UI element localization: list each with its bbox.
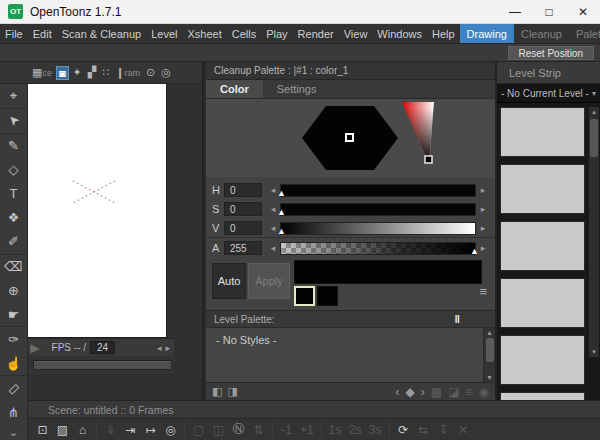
animate-tool[interactable]: ⌖ [0,84,27,108]
room-tab-drawing[interactable]: Drawing [460,24,514,43]
hue-inc-icon[interactable]: ▸ [478,185,488,195]
style-picker-tool[interactable]: ☛ [0,302,27,326]
play-icon[interactable]: ▶ [30,341,39,355]
selection-tool[interactable]: ➤ [0,108,27,133]
preview-icon[interactable]: ❙ram [113,66,142,79]
down-arrow-icon[interactable]: ↧ [437,423,450,437]
next-frame-icon[interactable]: ▸ [165,343,170,353]
hue-slider[interactable]: ▲ [280,184,476,197]
level-strip-title[interactable]: Level Strip [497,62,600,84]
scroll-down-icon[interactable]: ▼ [484,374,495,381]
onion-skin-icon[interactable]: Ⓝ [232,421,245,438]
reset-position-button[interactable]: Reset Position [508,46,594,60]
define-sub-scene-icon[interactable]: ▢ [192,423,205,437]
hue-slider-marker[interactable]: ▲ [277,189,286,198]
menu-view[interactable]: View [339,24,373,43]
frame-range-slider[interactable] [33,360,172,370]
geometric-tool[interactable]: ◇ [0,158,27,182]
scrollbar-thumb[interactable] [590,119,598,157]
alpha-dec-icon[interactable]: ◂ [268,243,278,253]
new-style-icon[interactable]: ◪ [448,385,459,399]
tab-settings[interactable]: Settings [263,80,331,98]
type-tool[interactable]: T [0,182,27,206]
scroll-down-icon[interactable]: ▼ [589,349,599,355]
ruler-tool[interactable]: ▭ [0,375,27,400]
fill-3s-icon[interactable]: 3s [369,423,382,437]
paintbrush-tool[interactable]: ✐ [0,230,27,254]
save-palette-icon[interactable]: ◨ [227,385,237,398]
level-strip-frame[interactable] [500,107,585,157]
camera-view-icon[interactable]: ▞ [86,66,98,79]
menu-xsheet[interactable]: Xsheet [183,24,227,43]
menu-level[interactable]: Level [146,24,182,43]
apply-button[interactable]: Apply [248,263,290,299]
fill-2s-icon[interactable]: 2s [349,423,362,437]
finger-tool[interactable]: ☝ [0,351,27,375]
load-scene-icon[interactable]: ▨ [56,423,69,437]
alpha-inc-icon[interactable]: ▸ [478,243,488,253]
val-slider-marker[interactable]: ▲ [277,227,286,236]
level-strip-scrollbar[interactable]: ▲ ▼ [589,107,599,357]
prev-drawing-icon[interactable]: -1 [280,423,293,437]
new-scene-icon[interactable]: ⊡ [36,423,49,437]
menu-edit[interactable]: Edit [28,24,57,43]
scrollbar-thumb[interactable] [486,338,494,362]
level-strip-frame[interactable] [500,221,585,271]
fps-value-field[interactable]: 24 [90,341,115,354]
sat-inc-icon[interactable]: ▸ [478,204,488,214]
import-icon[interactable]: ⇥ [124,423,137,437]
menu-file[interactable]: File [0,24,28,43]
alpha-slider[interactable]: ▲ [280,242,476,255]
refresh-icon[interactable]: ⟳ [397,423,410,437]
shade-triangle[interactable] [398,100,438,172]
inbetween-icon[interactable]: ⇅ [252,423,265,437]
alpha-value-field[interactable]: 255 [224,241,262,255]
sat-value-field[interactable]: 0 [224,202,262,216]
level-strip-frame[interactable] [500,278,585,328]
brush-tool[interactable]: ✎ [0,133,27,158]
scroll-up-icon[interactable]: ▲ [484,329,495,336]
next-keyframe-icon[interactable]: › [421,385,425,399]
style-chip[interactable] [317,286,338,306]
close-button[interactable]: ✕ [566,0,600,23]
freeze-icon[interactable]: ∷ [100,66,111,79]
palette-gizmo-icon[interactable]: ≡ [466,385,473,399]
minimize-button[interactable]: — [498,0,532,23]
val-value-field[interactable]: 0 [224,221,262,235]
random-icon[interactable]: ✕ [457,423,470,437]
val-inc-icon[interactable]: ▸ [478,223,488,233]
camstand-view-icon[interactable]: ◙ [56,66,69,80]
palette-lock-icon[interactable]: ◉ [479,385,489,399]
table-view-icon[interactable]: ▦ce [30,66,54,79]
prev-keyframe-icon[interactable]: ‹ [396,385,400,399]
palette-panel-title[interactable]: Cleanup Palette : |#1 : color_1 [206,62,495,80]
swap-icon[interactable]: ⇆ [417,423,430,437]
menu-cells[interactable]: Cells [227,24,261,43]
control-point-tool[interactable]: ⋔ [0,400,27,424]
menu-help[interactable]: Help [427,24,460,43]
eraser-tool[interactable]: ⌫ [0,254,27,279]
open-sub-scene-icon[interactable]: ◫ [212,423,225,437]
maximize-button[interactable]: □ [532,0,566,23]
tab-color[interactable]: Color [206,80,263,98]
camera-capture-icon[interactable]: ◎ [164,423,177,437]
prev-frame-icon[interactable]: ◂ [157,343,162,353]
switch-keyframe-icon[interactable]: ◆ [406,385,415,399]
level-strip-frame[interactable] [500,335,585,385]
level-strip-frame[interactable] [500,392,585,400]
fill-tool[interactable]: ❖ [0,206,27,230]
styles-list[interactable]: - No Styles - ▲ ▼ [206,328,495,382]
current-level-dropdown[interactable]: - No Current Level - ▾ [497,84,600,103]
auto-button[interactable]: Auto [212,263,246,299]
menu-windows[interactable]: Windows [372,24,427,43]
freeze-palette-icon[interactable]: ‖ [455,313,461,325]
alpha-slider-marker[interactable]: ▲ [470,247,479,256]
hue-value-field[interactable]: 0 [224,183,262,197]
export-icon[interactable]: ↦ [144,423,157,437]
sub-camera-icon[interactable]: ◎ [159,66,173,79]
more-tools-chevron-icon[interactable]: ⌄ [0,424,27,440]
save-scene-icon[interactable]: ⌂ [76,423,89,437]
next-drawing-icon[interactable]: +1 [300,423,314,437]
val-slider[interactable]: ▲ [280,222,476,235]
rgb-picker-tool[interactable]: ✑ [0,326,27,351]
